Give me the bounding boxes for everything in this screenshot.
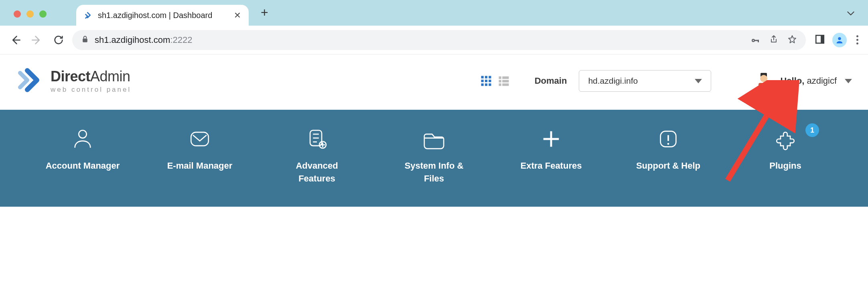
svg-rect-29 (191, 132, 209, 146)
view-mode-toggle (479, 74, 511, 88)
chevron-down-icon (845, 79, 852, 83)
svg-point-7 (838, 37, 841, 40)
toolbar-right (815, 33, 861, 47)
svg-rect-20 (502, 80, 509, 83)
advanced-icon (305, 127, 329, 151)
svg-rect-4 (758, 40, 759, 42)
lock-icon (81, 35, 89, 45)
plus-icon (539, 127, 563, 151)
chevron-down-icon (695, 79, 702, 83)
nav-email-manager[interactable]: E-mail Manager (141, 127, 258, 185)
url-text: sh1.azdigihost.com:2222 (95, 35, 192, 45)
new-tab-button[interactable]: + (261, 5, 268, 20)
brand-name: DirectAdmin (51, 68, 131, 85)
svg-point-2 (753, 40, 754, 41)
svg-rect-19 (499, 80, 501, 83)
svg-rect-14 (481, 83, 483, 86)
svg-rect-13 (489, 80, 491, 82)
browser-tab[interactable]: sh1.azdigihost.com | Dashboard × (76, 5, 249, 26)
nav-label: Extra Features (521, 159, 582, 172)
nav-account-manager[interactable]: Account Manager (24, 127, 141, 185)
svg-rect-8 (481, 76, 483, 79)
svg-rect-21 (499, 83, 501, 86)
svg-rect-18 (502, 77, 509, 79)
nav-reload-button[interactable] (51, 32, 67, 48)
url-host: sh1.azdigihost.com (95, 35, 170, 45)
nav-label: Plugins (769, 159, 801, 172)
address-bar[interactable]: sh1.azdigihost.com:2222 (72, 30, 806, 50)
svg-rect-15 (485, 83, 487, 86)
logo-text: DirectAdmin web control panel (51, 68, 131, 94)
nav-label: Support & Help (636, 159, 700, 172)
domain-select[interactable]: hd.azdigi.info (579, 70, 711, 92)
nav-advanced-features[interactable]: Advanced Features (258, 127, 375, 185)
svg-rect-9 (485, 76, 487, 79)
reading-list-icon[interactable] (815, 34, 825, 46)
window-minimize-button[interactable] (26, 10, 34, 18)
window-close-button[interactable] (14, 10, 21, 18)
domain-selected-value: hd.azdigi.info (588, 76, 638, 86)
browser-toolbar: sh1.azdigihost.com:2222 (0, 26, 868, 54)
nav-label: System Info & Files (394, 159, 474, 185)
svg-point-40 (667, 143, 669, 145)
browser-menu-button[interactable] (854, 35, 861, 44)
svg-rect-10 (489, 76, 491, 79)
app-header: DirectAdmin web control panel (0, 54, 868, 110)
nav-label: E-mail Manager (167, 159, 233, 172)
email-icon (188, 127, 211, 151)
domain-label: Domain (535, 76, 567, 86)
svg-point-24 (760, 75, 767, 82)
svg-rect-16 (489, 83, 491, 86)
share-icon[interactable] (769, 34, 779, 46)
svg-rect-11 (481, 80, 483, 82)
nav-back-button[interactable] (7, 32, 23, 48)
tab-title: sh1.azdigihost.com | Dashboard (98, 11, 212, 20)
profile-avatar[interactable] (832, 33, 847, 47)
svg-rect-22 (502, 83, 509, 86)
svg-rect-12 (485, 80, 487, 82)
nav-label: Account Manager (46, 159, 120, 172)
user-menu[interactable]: Hello, azdigicf (755, 72, 852, 90)
alert-icon (657, 127, 680, 151)
folder-icon (422, 127, 446, 151)
puzzle-icon (774, 127, 797, 151)
svg-rect-26 (763, 83, 765, 86)
svg-rect-0 (83, 38, 87, 42)
nav-system-info[interactable]: System Info & Files (375, 127, 493, 185)
tab-close-icon[interactable]: × (234, 10, 241, 21)
account-icon (71, 127, 94, 151)
nav-extra-features[interactable]: Extra Features (493, 127, 610, 185)
address-bar-actions (750, 34, 797, 46)
grid-view-button[interactable] (479, 74, 493, 88)
logo-icon (16, 66, 43, 95)
svg-point-28 (79, 130, 86, 138)
svg-rect-17 (499, 77, 501, 79)
header-right: Domain hd.azdigi.info Hello, azdigicf (479, 70, 852, 92)
main-nav: Account Manager E-mail Manager Advanced … (0, 110, 868, 207)
nav-forward-button[interactable] (29, 32, 45, 48)
user-greeting: Hello, azdigicf (780, 76, 837, 86)
window-controls (14, 10, 47, 18)
bookmark-star-icon[interactable] (787, 34, 797, 46)
user-avatar-icon (755, 72, 772, 90)
tab-search-chevron[interactable] (846, 8, 856, 20)
svg-rect-6 (821, 35, 824, 43)
nav-label: Advanced Features (277, 159, 357, 185)
browser-tab-strip: sh1.azdigihost.com | Dashboard × + (0, 0, 868, 26)
window-maximize-button[interactable] (39, 10, 47, 18)
tab-favicon (84, 10, 93, 20)
plugins-badge: 1 (805, 123, 819, 137)
url-port: :2222 (170, 35, 192, 45)
brand-subtitle: web control panel (51, 86, 131, 94)
password-key-icon[interactable] (750, 34, 760, 46)
nav-support-help[interactable]: Support & Help (610, 127, 727, 185)
app-logo[interactable]: DirectAdmin web control panel (16, 66, 131, 95)
nav-plugins[interactable]: 1 Plugins (727, 127, 844, 185)
list-view-button[interactable] (497, 74, 511, 88)
